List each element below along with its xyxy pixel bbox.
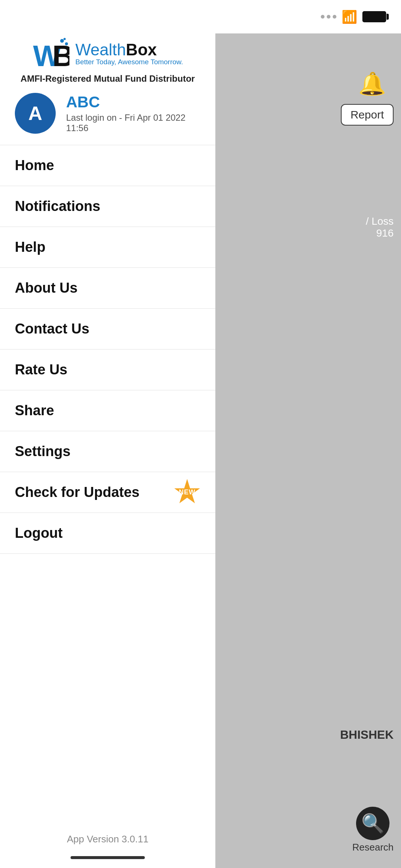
menu-item-help[interactable]: Help [0,227,215,268]
menu-item-label-home: Home [15,157,54,173]
pl-label: / Loss [319,215,394,227]
menu-item-rate-us[interactable]: Rate Us [0,350,215,390]
wifi-icon: 📶 [342,9,357,24]
pl-area: / Loss 916 [319,215,401,239]
user-name-bg: BHISHEK [340,728,394,742]
drawer-header: W B WealthBox Better Today, Awesome Tomo… [0,0,215,145]
pl-value: 916 [319,227,394,239]
logo-container: W B WealthBox Better Today, Awesome Tomo… [15,37,200,84]
battery-icon [362,11,386,22]
box-text: Box [126,40,157,59]
status-icons: 📶 [321,9,386,24]
avatar: A [15,93,56,134]
research-icon: 🔍 [356,807,389,840]
menu-item-home[interactable]: Home [0,145,215,186]
wb-icon-svg: W B [32,37,69,71]
svg-point-2 [60,39,64,43]
tagline-text: Better Today, Awesome Tomorrow. [75,58,183,66]
svg-point-4 [63,38,66,40]
menu-item-label-share: Share [15,403,54,419]
wealth-text: Wealth [75,40,126,59]
user-display-name: ABC [66,93,200,111]
menu-item-label-settings: Settings [15,443,71,459]
menu-item-share[interactable]: Share [0,390,215,431]
menu-item-label-rate-us: Rate Us [15,362,68,378]
menu-item-label-check-for-updates: Check for Updates [15,484,140,500]
menu-item-settings[interactable]: Settings [0,431,215,472]
menu-item-about-us[interactable]: About Us [0,268,215,309]
menu-item-label-contact-us: Contact Us [15,321,89,337]
amfi-text: AMFI-Registered Mutual Fund Distributor [20,74,195,84]
brand-text-area: WealthBox Better Today, Awesome Tomorrow… [75,42,183,66]
user-info: ABC Last login on - Fri Apr 01 2022 11:5… [66,93,200,133]
menu-item-check-for-updates[interactable]: Check for UpdatesNEW [0,472,215,513]
right-background: 🔔 Report / Loss 916 BHISHEK 🔍 Research [213,33,401,868]
side-drawer: W B WealthBox Better Today, Awesome Tomo… [0,0,215,868]
new-badge-check-for-updates: NEW [174,479,200,506]
menu-item-logout[interactable]: Logout [0,513,215,554]
menu-item-label-about-us: About Us [15,280,78,296]
bell-notification-area: 🔔 [358,71,386,97]
app-version: App Version 3.0.11 [0,822,215,856]
signal-dots-icon [321,15,336,19]
research-label: Research [352,842,394,853]
logo-row: W B WealthBox Better Today, Awesome Tomo… [32,37,183,71]
menu-item-label-notifications: Notifications [15,198,100,214]
report-button[interactable]: Report [341,104,394,126]
user-profile: A ABC Last login on - Fri Apr 01 2022 11… [15,93,200,134]
user-last-login: Last login on - Fri Apr 01 2022 11:56 [66,113,200,133]
menu-list: HomeNotificationsHelpAbout UsContact UsR… [0,145,215,822]
bell-icon[interactable]: 🔔 [358,71,386,96]
menu-item-label-logout: Logout [15,525,63,541]
menu-item-contact-us[interactable]: Contact Us [0,309,215,350]
menu-item-label-help: Help [15,239,45,255]
bottom-home-indicator [71,856,145,859]
svg-point-3 [65,42,68,45]
research-area[interactable]: 🔍 Research [352,807,394,853]
brand-name: WealthBox [75,42,183,58]
menu-item-notifications[interactable]: Notifications [0,186,215,227]
